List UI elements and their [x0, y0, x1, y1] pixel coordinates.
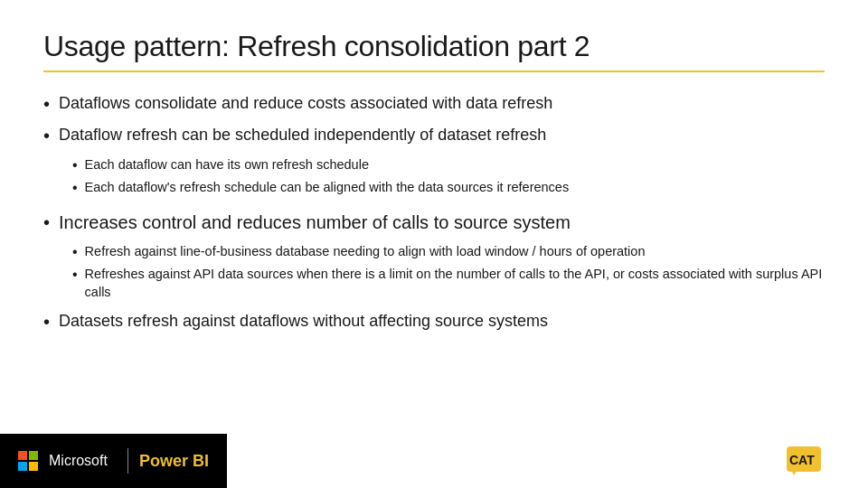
bullet-3-subs: • Refresh against line-of-business datab…: [72, 242, 825, 301]
bullet-3-sub-1-text: Refresh against line-of-business databas…: [85, 242, 646, 260]
footer-cat: CAT: [785, 445, 825, 477]
footer-brand: Microsoft Power BI: [0, 434, 227, 488]
bullet-1-text: Dataflows consolidate and reduce costs a…: [59, 92, 552, 114]
footer-brand-divider: [127, 448, 128, 474]
bullet-2-dot: •: [43, 124, 50, 148]
ms-square-yellow: [29, 462, 38, 471]
ms-square-red: [18, 451, 27, 460]
bullet-1-dot: •: [43, 92, 50, 117]
title-section: Usage pattern: Refresh consolidation par…: [43, 29, 825, 87]
bullet-3-text: Increases control and reduces number of …: [59, 211, 571, 235]
bullet-2-sub-2-dot: •: [72, 178, 78, 198]
bullet-2-text: Dataflow refresh can be scheduled indepe…: [59, 124, 546, 145]
bullet-4: • Datasets refresh against dataflows wit…: [43, 310, 825, 334]
bullet-2: • Dataflow refresh can be scheduled inde…: [43, 124, 825, 148]
bullet-1: • Dataflows consolidate and reduce costs…: [43, 92, 825, 117]
bullet-3-sub-1: • Refresh against line-of-business datab…: [72, 242, 825, 262]
svg-text:CAT: CAT: [789, 453, 815, 467]
bullet-4-text: Datasets refresh against dataflows witho…: [59, 310, 548, 332]
bullet-2-sub-1: • Each dataflow can have its own refresh…: [72, 155, 825, 175]
content-area: • Dataflows consolidate and reduce costs…: [43, 92, 825, 434]
bullet-3-sub-2-dot: •: [72, 265, 78, 285]
bullet-3-sub-1-dot: •: [72, 242, 78, 262]
bullet-2-sub-2-text: Each dataflow's refresh schedule can be …: [85, 178, 570, 196]
slide: Usage pattern: Refresh consolidation par…: [0, 0, 868, 488]
ms-square-blue: [18, 462, 27, 471]
footer: Microsoft Power BI CAT: [43, 434, 825, 488]
bullet-3-dot: •: [43, 211, 50, 235]
slide-title: Usage pattern: Refresh consolidation par…: [43, 29, 825, 63]
ms-square-green: [29, 451, 38, 460]
microsoft-logo: [18, 451, 38, 471]
bullet-2-sub-2: • Each dataflow's refresh schedule can b…: [72, 178, 825, 198]
bullet-2-sub-1-text: Each dataflow can have its own refresh s…: [85, 155, 369, 174]
bullet-2-sub-1-dot: •: [72, 155, 78, 175]
bullet-3-sub-2: • Refreshes against API data sources whe…: [72, 265, 825, 302]
bullet-2-subs: • Each dataflow can have its own refresh…: [72, 155, 825, 198]
title-divider: [43, 70, 825, 72]
ms-logo-grid: [18, 451, 38, 471]
cat-icon: CAT: [785, 445, 825, 477]
bullet-3: • Increases control and reduces number o…: [43, 211, 825, 235]
bullet-4-dot: •: [43, 310, 50, 334]
microsoft-label: Microsoft: [49, 453, 108, 469]
bullet-3-sub-2-text: Refreshes against API data sources when …: [85, 265, 825, 302]
powerbi-label: Power BI: [139, 452, 209, 471]
